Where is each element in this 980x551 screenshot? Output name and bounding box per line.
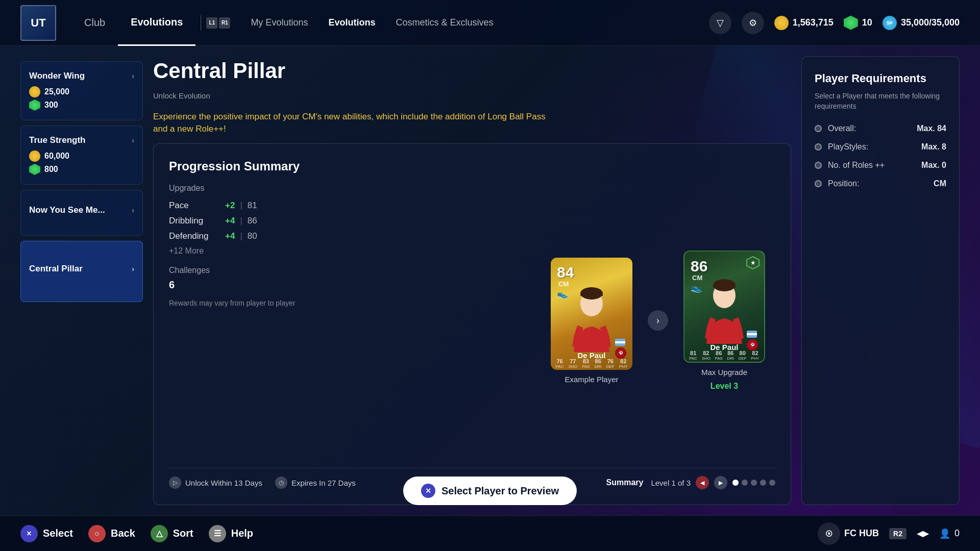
rewards-note: Rewards may vary from player to player — [169, 298, 520, 309]
now-you-see-arrow: › — [132, 206, 134, 214]
page-description: Experience the positive impact of your C… — [153, 111, 551, 135]
ut-logo: UT — [20, 5, 56, 41]
fc-hub-label: FC HUB — [844, 528, 879, 539]
nav-evolutions[interactable]: Evolutions — [118, 0, 195, 46]
help-button[interactable]: ☰ Help — [209, 525, 253, 542]
coins-value: 1,563,715 — [793, 17, 834, 28]
challenges-count: 6 — [169, 279, 520, 291]
sort-label: Sort — [173, 528, 193, 539]
unlock-days: ▷ Unlock Within 13 Days — [169, 477, 262, 489]
select-label: Select — [43, 528, 73, 539]
gold-cost-icon-2 — [29, 151, 40, 162]
stat-pas: 83PAS — [582, 358, 590, 369]
currency-sp: SP 35,000/35,000 — [883, 16, 960, 30]
settings-icon[interactable]: ⚙ — [742, 12, 764, 34]
max-player-card: ★ 86 CM 👟 — [683, 251, 765, 363]
header: UT Club Evolutions L1 R1 My Evolutions E… — [0, 0, 980, 46]
req-overall: Overall: Max. 84 — [815, 124, 946, 133]
sidebar-item-wonder-wing[interactable]: Wonder Wing › 25,000 300 — [20, 61, 143, 120]
gold-cost-icon — [29, 86, 40, 97]
fc-hub-icon: ⦿ — [818, 522, 840, 545]
level-dot-2 — [742, 480, 748, 486]
l1-icon: L1 — [206, 17, 217, 29]
level-label: Level 1 of 3 — [651, 479, 691, 487]
sidebar-item-now-you-see[interactable]: Now You See Me... › — [20, 190, 143, 236]
team-badge: ⚽ — [615, 347, 626, 359]
true-strength-arrow: › — [132, 136, 134, 144]
summary-label: Summary — [606, 478, 644, 487]
level-prev-btn[interactable]: ◀ — [696, 476, 709, 489]
progression-body: Upgrades Pace +2 | 81 Dribbling +4 | 86 — [169, 184, 775, 458]
expires-icon: ◷ — [275, 477, 287, 489]
unlock-label: Unlock Evolution — [153, 91, 791, 100]
upgrade-pace: Pace +2 | 81 — [169, 201, 520, 211]
upgrade-badge: ★ — [746, 256, 760, 270]
req-playstyles: PlayStyles: Max. 8 — [815, 142, 946, 152]
example-label: Example Player — [565, 375, 618, 384]
level-info-row: Level 1 of 3 ◀ ▶ — [651, 476, 775, 489]
filter-icon[interactable]: ▽ — [709, 12, 731, 34]
upgrade-dribbling: Dribbling +4 | 86 — [169, 216, 520, 226]
gold-icon — [774, 16, 789, 30]
sub-nav-icons: L1 R1 — [206, 17, 230, 29]
progression-title: Progression Summary — [169, 159, 775, 173]
o-button-icon: ○ — [88, 525, 106, 542]
example-card-flags: ⚽ — [615, 339, 626, 359]
select-x-icon: ✕ — [421, 484, 435, 498]
currency-green: 10 — [844, 16, 872, 30]
player-count-value: 0 — [954, 528, 960, 539]
max-stat-sho: 82SHO — [702, 350, 710, 361]
subnav-evolutions[interactable]: Evolutions — [318, 0, 385, 46]
req-position: Position: CM — [815, 179, 946, 188]
max-stat-phy: 82PHY — [751, 350, 759, 361]
level-dot-1 — [732, 480, 739, 486]
fc-hub[interactable]: ⦿ FC HUB — [818, 522, 879, 545]
example-player-silhouette — [561, 286, 622, 352]
subnav-cosmetics[interactable]: Cosmetics & Exclusives — [385, 0, 503, 46]
header-right: ▽ ⚙ 1,563,715 10 SP 35,000/35,000 — [709, 12, 960, 34]
r1-icon: R1 — [219, 17, 230, 29]
level-dot-5 — [769, 480, 775, 486]
nav-club[interactable]: Club — [71, 0, 118, 46]
req-dot-playstyles — [815, 143, 822, 151]
team-badge-2: ⚽ — [747, 339, 758, 350]
nav-arrow-icon: ◀▶ — [917, 529, 929, 538]
req-roles: No. of Roles ++ Max. 0 — [815, 161, 946, 170]
select-button[interactable]: × Select — [20, 525, 73, 542]
now-you-see-label: Now You See Me... — [29, 205, 105, 215]
square-button-icon: ☰ — [209, 525, 226, 542]
true-strength-label: True Strength — [29, 135, 86, 145]
max-label: Max Upgrade — [701, 368, 747, 377]
triangle-button-icon: △ — [151, 525, 168, 542]
central-pillar-arrow: › — [132, 265, 134, 273]
back-button[interactable]: ○ Back — [88, 525, 135, 542]
green-icon — [844, 16, 858, 30]
next-arrow-btn[interactable]: › — [648, 310, 668, 331]
select-player-button[interactable]: ✕ Select Player to Preview — [403, 477, 577, 505]
green-value: 10 — [862, 17, 872, 28]
max-player-wrapper: ★ 86 CM 👟 — [683, 251, 765, 391]
subnav-my-evolutions[interactable]: My Evolutions — [240, 0, 318, 46]
main-content: Wonder Wing › 25,000 300 True Strength › — [0, 46, 980, 515]
central-area: Central Pillar Unlock Evolution Experien… — [153, 56, 791, 505]
req-dot-overall — [815, 125, 822, 132]
wonder-wing-cost-gold: 25,000 — [29, 86, 134, 97]
sort-button[interactable]: △ Sort — [151, 525, 193, 542]
footer-nav: Summary Level 1 of 3 ◀ ▶ — [606, 476, 775, 489]
sidebar-item-true-strength[interactable]: True Strength › 60,000 800 — [20, 126, 143, 185]
level-dot-4 — [760, 480, 766, 486]
true-strength-costs: 60,000 800 — [29, 151, 134, 175]
level-next-btn[interactable]: ▶ — [714, 476, 727, 489]
back-label: Back — [111, 528, 135, 539]
upgrade-defending: Defending +4 | 80 — [169, 231, 520, 241]
challenges-label: Challenges — [169, 266, 520, 275]
sidebar: Wonder Wing › 25,000 300 True Strength › — [20, 61, 143, 505]
sidebar-item-central-pillar[interactable]: Central Pillar › — [20, 241, 143, 302]
page-title: Central Pillar — [153, 59, 791, 83]
stat-sho: 77SHO — [569, 358, 577, 369]
green-cost-icon-2 — [29, 164, 40, 175]
upgrades-label: Upgrades — [169, 184, 520, 193]
bottom-controls: × Select ○ Back △ Sort ☰ Help — [20, 525, 253, 542]
unlock-icon: ▷ — [169, 477, 181, 489]
max-stat-def: 80DEF — [739, 350, 747, 361]
